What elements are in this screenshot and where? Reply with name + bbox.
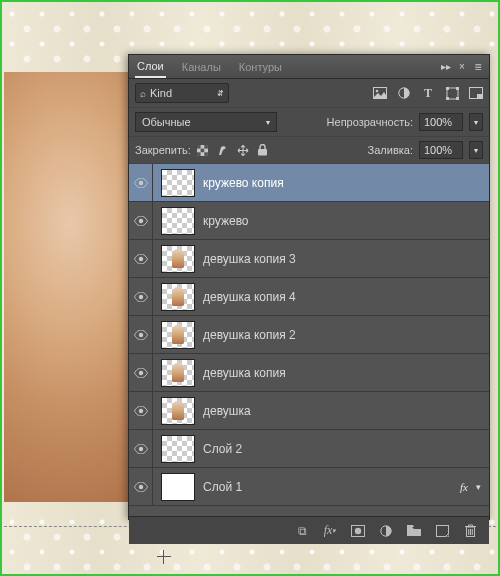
svg-point-24 [138,446,142,450]
transform-center[interactable] [157,550,171,564]
svg-point-17 [138,180,142,184]
fx-icon[interactable]: fx▾ [323,524,337,538]
svg-rect-12 [205,145,209,149]
add-mask-icon[interactable] [351,524,365,538]
search-icon: ⌕ [140,88,146,99]
filter-smart-icon[interactable] [469,86,483,100]
chevron-down-icon: ⇵ [217,89,224,98]
visibility-toggle[interactable] [129,240,153,277]
svg-rect-5 [456,87,459,90]
layer-row[interactable]: девушка копия 3 [129,240,489,278]
filter-row: ⌕ Kind ⇵ T [129,79,489,108]
layer-thumbnail[interactable] [161,473,195,501]
visibility-toggle[interactable] [129,164,153,201]
lock-image-icon[interactable] [217,144,229,156]
opacity-input[interactable]: 100% [419,113,463,131]
layer-thumbnail[interactable] [161,283,195,311]
layer-row[interactable]: Слой 1fx▾ [129,468,489,506]
layer-name[interactable]: девушка копия 4 [203,290,489,304]
collapse-icon[interactable]: ▸▸ [441,62,451,72]
kind-label: Kind [150,87,172,99]
layer-row[interactable]: кружево [129,202,489,240]
layer-list[interactable]: кружево копиякружеводевушка копия 3девуш… [129,164,489,516]
layer-thumbnail[interactable] [161,359,195,387]
visibility-toggle[interactable] [129,430,153,467]
layer-thumbnail[interactable] [161,435,195,463]
filter-adjust-icon[interactable] [397,86,411,100]
layer-thumbnail[interactable] [161,397,195,425]
opacity-dropdown[interactable]: ▾ [469,113,483,131]
link-layers-icon[interactable]: ⧉ [295,524,309,538]
fill-input[interactable]: 100% [419,141,463,159]
layer-row[interactable]: девушка копия 2 [129,316,489,354]
lock-row: Закрепить: Заливка: 100% ▾ [129,137,489,164]
svg-point-22 [138,370,142,374]
svg-rect-11 [197,145,201,149]
visibility-toggle[interactable] [129,468,153,505]
layer-name[interactable]: Слой 2 [203,442,489,456]
visibility-toggle[interactable] [129,278,153,315]
layer-row[interactable]: девушка копия 4 [129,278,489,316]
layer-name[interactable]: девушка [203,404,489,418]
blend-mode-select[interactable]: Обычные ▾ [135,112,277,132]
layer-thumbnail[interactable] [161,169,195,197]
svg-point-19 [138,256,142,260]
delete-layer-icon[interactable] [463,524,477,538]
svg-rect-9 [477,94,482,98]
visibility-toggle[interactable] [129,202,153,239]
svg-rect-4 [446,87,449,90]
svg-point-27 [355,527,361,533]
kind-filter[interactable]: ⌕ Kind ⇵ [135,83,229,103]
layer-name[interactable]: Слой 1 [203,480,460,494]
panel-menu-icon[interactable]: ≡ [473,62,483,72]
svg-rect-6 [446,97,449,100]
filter-pixel-icon[interactable] [373,86,387,100]
fill-value: 100% [424,144,452,156]
layer-name[interactable]: кружево [203,214,489,228]
tab-channels[interactable]: Каналы [180,57,223,77]
svg-rect-7 [456,97,459,100]
visibility-toggle[interactable] [129,392,153,429]
blend-mode-value: Обычные [142,116,191,128]
tab-paths[interactable]: Контуры [237,57,284,77]
chevron-down-icon[interactable]: ▾ [476,482,481,492]
filter-shape-icon[interactable] [445,86,459,100]
new-group-icon[interactable] [407,524,421,538]
svg-rect-13 [201,148,205,152]
layer-thumbnail[interactable] [161,207,195,235]
layer-name[interactable]: девушка копия 3 [203,252,489,266]
layer-name[interactable]: девушка копия 2 [203,328,489,342]
tab-layers[interactable]: Слои [135,56,166,78]
layer-name[interactable]: девушка копия [203,366,489,380]
svg-point-1 [376,90,379,93]
lock-transparency-icon[interactable] [197,144,209,156]
layer-name[interactable]: кружево копия [203,176,489,190]
close-icon[interactable]: × [457,62,467,72]
blend-row: Обычные ▾ Непрозрачность: 100% ▾ [129,108,489,137]
fill-dropdown[interactable]: ▾ [469,141,483,159]
layer-thumbnail[interactable] [161,321,195,349]
svg-point-18 [138,218,142,222]
lock-all-icon[interactable] [257,144,269,156]
svg-rect-16 [258,149,267,156]
layer-row[interactable]: девушка [129,392,489,430]
layer-row[interactable]: Слой 2 [129,430,489,468]
panel-footer: ⧉ fx▾ [129,516,489,544]
visibility-toggle[interactable] [129,316,153,353]
layer-thumbnail[interactable] [161,245,195,273]
lock-position-icon[interactable] [237,144,249,156]
visibility-toggle[interactable] [129,354,153,391]
layer-row[interactable]: кружево копия [129,164,489,202]
svg-rect-15 [205,152,209,156]
svg-point-21 [138,332,142,336]
layers-panel: Слои Каналы Контуры ▸▸ × ≡ ⌕ Kind ⇵ T Об… [128,54,490,520]
svg-rect-14 [197,152,201,156]
layer-fx-indicator[interactable]: fx [460,481,468,493]
filter-type-icon[interactable]: T [421,86,435,100]
svg-point-20 [138,294,142,298]
opacity-value: 100% [424,116,452,128]
svg-point-23 [138,408,142,412]
new-fill-icon[interactable] [379,524,393,538]
new-layer-icon[interactable] [435,524,449,538]
layer-row[interactable]: девушка копия [129,354,489,392]
